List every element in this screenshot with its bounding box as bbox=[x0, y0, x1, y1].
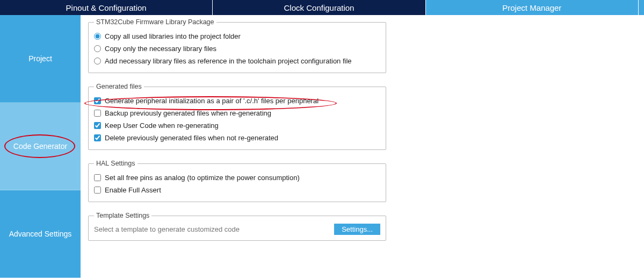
sidebar-item-project[interactable]: Project bbox=[0, 15, 81, 103]
sidebar: Project Code Generator Advanced Settings bbox=[0, 15, 81, 279]
legend-template: Template Settings bbox=[94, 212, 151, 219]
checkbox-input-delete-prev[interactable] bbox=[94, 134, 101, 141]
checkbox-input-backup[interactable] bbox=[94, 110, 101, 117]
checkbox-label: Set all free pins as analog (to optimize… bbox=[105, 174, 300, 182]
template-text: Select a template to generate customized… bbox=[94, 225, 240, 233]
checkbox-label: Keep User Code when re-generating bbox=[105, 121, 219, 130]
radio-input-copy-necessary[interactable] bbox=[94, 45, 101, 52]
fieldset-hal-settings: HAL Settings Set all free pins as analog… bbox=[88, 160, 386, 202]
checkbox-full-assert[interactable]: Enable Full Assert bbox=[94, 184, 380, 196]
sidebar-item-advanced-settings[interactable]: Advanced Settings bbox=[0, 190, 81, 278]
top-tabs: Pinout & Configuration Clock Configurati… bbox=[0, 0, 644, 15]
settings-button[interactable]: Settings... bbox=[334, 224, 380, 235]
checkbox-label: Enable Full Assert bbox=[105, 186, 161, 194]
checkbox-delete-prev[interactable]: Delete previously generated files when n… bbox=[94, 132, 380, 144]
content-panel: STM32Cube Firmware Library Package Copy … bbox=[81, 15, 644, 279]
checkbox-backup[interactable]: Backup previously generated files when r… bbox=[94, 107, 380, 119]
legend-hal: HAL Settings bbox=[94, 160, 138, 167]
radio-label: Add necessary library files as reference… bbox=[105, 57, 352, 65]
radio-input-copy-all[interactable] bbox=[94, 33, 101, 40]
tab-stub bbox=[639, 0, 644, 15]
checkbox-input-free-pins-analog[interactable] bbox=[94, 174, 101, 181]
radio-copy-all[interactable]: Copy all used libraries into the project… bbox=[94, 30, 380, 42]
legend-generated: Generated files bbox=[94, 83, 144, 90]
radio-copy-necessary[interactable]: Copy only the necessary library files bbox=[94, 42, 380, 55]
checkbox-label: Generate peripheral initialization as a … bbox=[105, 97, 319, 105]
checkbox-input-full-assert[interactable] bbox=[94, 187, 101, 194]
tab-project-manager[interactable]: Project Manager bbox=[426, 0, 639, 15]
radio-add-reference[interactable]: Add necessary library files as reference… bbox=[94, 55, 380, 67]
checkbox-label: Backup previously generated files when r… bbox=[105, 109, 271, 117]
fieldset-generated-files: Generated files Generate peripheral init… bbox=[88, 83, 386, 150]
tab-pinout[interactable]: Pinout & Configuration bbox=[0, 0, 213, 15]
radio-input-add-reference[interactable] bbox=[94, 58, 101, 65]
sidebar-item-label: Advanced Settings bbox=[9, 230, 72, 238]
legend-firmware: STM32Cube Firmware Library Package bbox=[94, 18, 216, 26]
checkbox-generate-pair[interactable]: Generate peripheral initialization as a … bbox=[94, 95, 380, 107]
radio-label: Copy only the necessary library files bbox=[105, 45, 216, 53]
tab-clock[interactable]: Clock Configuration bbox=[213, 0, 425, 15]
sidebar-item-label: Project bbox=[28, 54, 52, 63]
main-area: Project Code Generator Advanced Settings… bbox=[0, 15, 644, 279]
checkbox-free-pins-analog[interactable]: Set all free pins as analog (to optimize… bbox=[94, 171, 380, 184]
sidebar-item-label: Code Generator bbox=[13, 142, 67, 151]
checkbox-label: Delete previously generated files when n… bbox=[105, 134, 278, 142]
sidebar-item-code-generator[interactable]: Code Generator bbox=[0, 103, 81, 190]
checkbox-input-generate-pair[interactable] bbox=[94, 97, 101, 104]
fieldset-template-settings: Template Settings Select a template to g… bbox=[88, 212, 386, 241]
fieldset-firmware-library: STM32Cube Firmware Library Package Copy … bbox=[88, 18, 386, 73]
checkbox-keep-user-code[interactable]: Keep User Code when re-generating bbox=[94, 119, 380, 132]
radio-label: Copy all used libraries into the project… bbox=[105, 32, 241, 40]
checkbox-input-keep-user-code[interactable] bbox=[94, 122, 101, 129]
